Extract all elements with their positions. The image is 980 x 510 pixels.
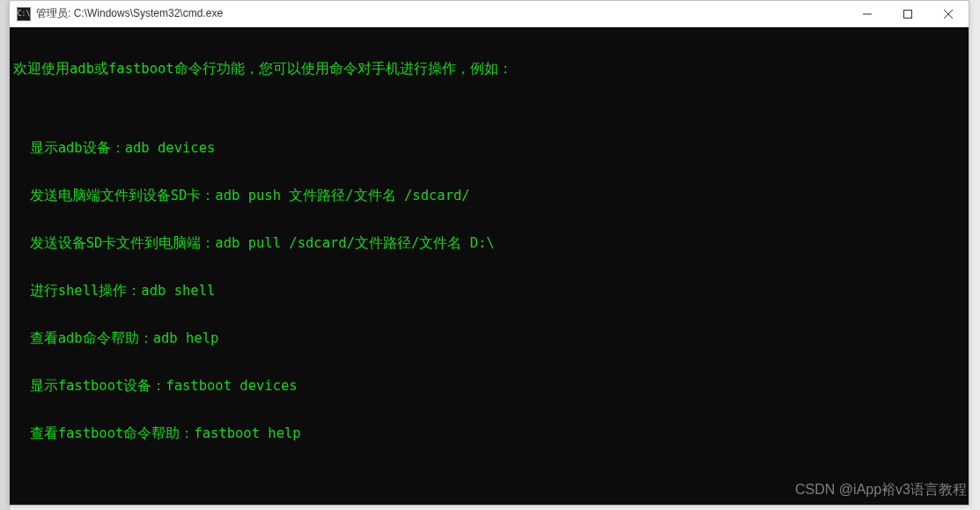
terminal-content[interactable]: 欢迎使用adb或fastboot命令行功能，您可以使用命令对手机进行操作，例如：…: [10, 27, 969, 505]
cmd-window: C:\ 管理员: C:\Windows\System32\cmd.exe 欢迎使…: [9, 0, 969, 506]
terminal-line: 发送电脑端文件到设备SD卡：adb push 文件路径/文件名 /sdcard/: [13, 188, 965, 203]
terminal-line: 显示adb设备：adb devices: [13, 140, 965, 156]
minimize-button[interactable]: [847, 1, 888, 26]
svg-rect-1: [904, 10, 912, 18]
background-right-edge: [969, 0, 980, 510]
terminal-line: 欢迎使用adb或fastboot命令行功能，您可以使用命令对手机进行操作，例如：: [13, 61, 965, 77]
terminal-line: 查看fastboot命令帮助：fastboot help: [13, 425, 965, 441]
titlebar[interactable]: C:\ 管理员: C:\Windows\System32\cmd.exe: [10, 1, 969, 27]
window-title: 管理员: C:\Windows\System32\cmd.exe: [36, 6, 223, 21]
terminal-line: 发送设备SD卡文件到电脑端：adb pull /sdcard/文件路径/文件名 …: [13, 235, 965, 251]
terminal-line: 显示fastboot设备：fastboot devices: [13, 378, 965, 394]
cmd-icon: C:\: [17, 7, 31, 21]
titlebar-left: C:\ 管理员: C:\Windows\System32\cmd.exe: [10, 6, 223, 21]
terminal-line: 查看adb命令帮助：adb help: [13, 330, 965, 346]
terminal-line: 进行shell操作：adb shell: [13, 283, 965, 299]
maximize-button[interactable]: [888, 1, 928, 26]
window-controls: [847, 1, 969, 26]
close-button[interactable]: [928, 1, 969, 26]
